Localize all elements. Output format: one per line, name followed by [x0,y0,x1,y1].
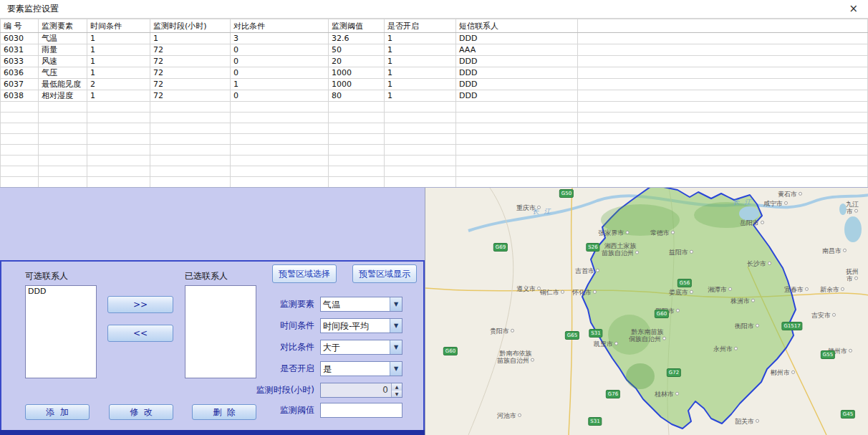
empty-row [1,145,868,156]
road-badge: G60 [443,347,458,355]
table-header: 编 号监测要素时间条件监测时段(小时)对比条件监测阈值是否开启短信联系人 [1,19,868,33]
city-label: 宜春市 [784,286,809,293]
city-label: 郴州市 [771,369,795,376]
delete-button[interactable]: 删 除 [192,404,256,420]
modify-button[interactable]: 修 改 [109,404,173,420]
column-header[interactable]: 对比条件 [231,19,329,33]
selected-contacts-label: 已选联系人 [185,270,228,282]
bottom-area: 预警区域选择 预警区域显示 可选联系人 DDD 已选联系人 >> << 监测要素… [0,188,868,435]
city-label: 长沙市 [747,260,771,267]
app-window: 要素监控设置 × 编 号监测要素时间条件监测时段(小时)对比条件监测阈值是否开启… [0,0,868,435]
period-spinner[interactable]: 0 ▲▼ [320,383,402,398]
city-label: 河池市 [497,412,521,419]
map-panel[interactable]: 重庆市黄石市咸宁市九江市岳阳市张家界市常德市湘西土家族 苗族自治州益阳市南昌市长… [425,188,868,435]
panel-bottom-bar [0,430,425,435]
available-contacts-label: 可选联系人 [25,270,68,282]
period-label: 监测时段(小时) [242,384,314,396]
road-badge: S31 [588,417,602,426]
column-header[interactable]: 监测阈值 [329,19,385,33]
move-right-button[interactable]: >> [107,296,173,313]
city-label: 贵阳市 [490,328,514,335]
road-badge: G50 [559,189,574,198]
city-label: 株洲市 [730,297,755,305]
city-label: 常德市 [650,229,675,236]
column-header[interactable]: 短信联系人 [456,19,578,33]
contact-item[interactable]: DDD [26,286,96,297]
threshold-input[interactable] [320,403,402,418]
time-condition-select[interactable]: 时间段-平均 ▼ [320,318,402,333]
element-label: 监测要素 [242,298,314,310]
table-row[interactable]: 6031雨量1720501AAA [1,44,868,56]
table-row[interactable]: 6036气压172010001DDD [1,67,868,79]
empty-row [1,113,868,123]
controls-box: 预警区域选择 预警区域显示 可选联系人 DDD 已选联系人 >> << 监测要素… [0,260,425,435]
road-badge: G1517 [781,322,802,330]
warn-area-display-button[interactable]: 预警区域显示 [352,264,417,283]
water-label: 长 江 [533,208,552,215]
chevron-down-icon[interactable]: ▼ [390,340,402,354]
enabled-label: 是否开启 [242,363,314,375]
city-label: 黔南布依族 苗族自治州 [497,350,534,365]
warn-area-select-button[interactable]: 预警区域选择 [272,264,337,283]
water-label: 长 江 [733,199,753,206]
city-label: 咸宁市 [763,200,788,207]
spinner-arrows-icon[interactable]: ▲▼ [391,383,402,397]
time-condition-label: 时间条件 [242,320,314,332]
city-label: 岳阳市 [740,219,764,226]
city-label: 新余市 [820,286,844,293]
empty-row [1,177,868,188]
table-row[interactable]: 6037最低能见度272110001DDD [1,79,868,90]
road-badge: S26 [586,243,599,252]
column-header[interactable]: 监测时段(小时) [150,19,231,33]
add-button[interactable]: 添 加 [25,404,90,420]
column-header[interactable]: 监测要素 [39,19,87,33]
element-select[interactable]: 气温 ▼ [320,297,402,312]
city-label: 怀化市 [572,289,597,296]
column-header[interactable]: 是否开启 [385,19,456,33]
column-header[interactable]: 编 号 [1,19,39,33]
road-badge: G65 [565,331,579,340]
city-label: 九江市 [844,201,860,216]
road-badge: G72 [667,368,681,377]
city-label: 黔东南苗族 侗族自治州 [629,328,666,343]
city-label: 黄石市 [778,191,802,198]
window-title: 要素监控设置 [7,3,846,15]
city-label: 娄底市 [669,289,693,296]
table-row[interactable]: 6030气温11332.61DDD [1,33,868,44]
table-body: 6030气温11332.61DDD6031雨量1720501AAA6033风速1… [1,33,868,188]
city-label: 桂林市 [655,391,679,398]
city-label: 衡阳市 [735,322,759,330]
road-badge: G56 [677,279,692,287]
compare-condition-select[interactable]: 大于 ▼ [320,340,402,355]
close-icon[interactable]: × [846,4,861,14]
table-row[interactable]: 6033风速1720201DDD [1,56,868,67]
empty-row [1,156,868,166]
map-labels-layer: 重庆市黄石市咸宁市九江市岳阳市张家界市常德市湘西土家族 苗族自治州益阳市南昌市长… [425,188,868,435]
city-label: 抚州市 [844,268,860,283]
empty-row [1,134,868,145]
road-badge: S31 [589,329,602,338]
road-badge: G55 [821,350,835,359]
city-label: 吉首市 [575,267,599,274]
city-label: 铜仁市 [540,289,564,296]
column-header[interactable]: 时间条件 [87,19,150,33]
road-badge: G76 [606,390,620,398]
table-row[interactable]: 6038相对湿度1720801DDD [1,90,868,102]
city-label: 南昌市 [822,247,847,254]
city-label: 吉安市 [811,312,836,319]
enabled-select[interactable]: 是 ▼ [320,361,402,376]
city-label: 凯里市 [594,340,618,348]
monitor-settings-table: 编 号监测要素时间条件监测时段(小时)对比条件监测阈值是否开启短信联系人 603… [0,18,868,188]
chevron-down-icon[interactable]: ▼ [390,362,402,376]
chevron-down-icon[interactable]: ▼ [390,297,402,311]
available-contacts-list[interactable]: DDD [25,285,97,378]
move-left-button[interactable]: << [107,325,173,342]
chevron-down-icon[interactable]: ▼ [390,319,402,333]
city-label: 遵义市 [516,285,541,292]
city-label: 湘西土家族 苗族自治州 [602,242,639,257]
empty-row [1,166,868,177]
road-badge: G69 [493,243,508,252]
city-label: 益阳市 [669,249,693,256]
city-label: 韶关市 [735,418,759,425]
city-label: 永州市 [713,345,738,353]
